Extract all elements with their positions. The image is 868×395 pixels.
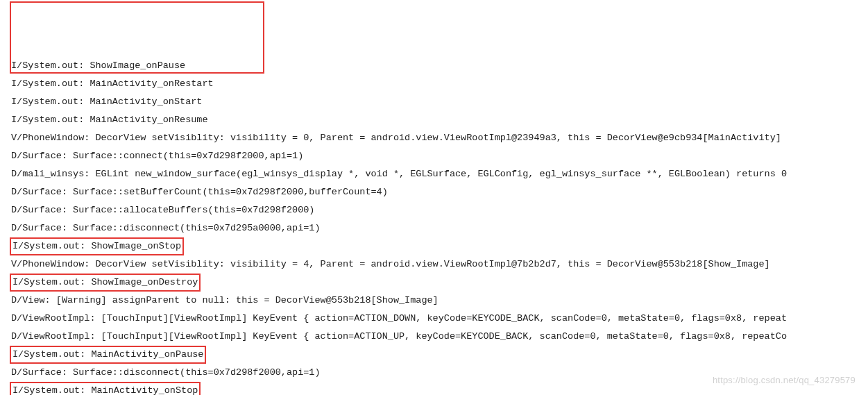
log-text: D/ViewRootImpl: [TouchInput][ViewRootImp… xyxy=(11,331,787,342)
log-text: D/Surface: Surface::disconnect(this=0x7d… xyxy=(11,223,321,233)
log-text: I/System.out: MainActivity_onResume xyxy=(11,115,208,125)
log-text: D/mali_winsys: EGLint new_window_surface… xyxy=(11,169,787,179)
log-text: I/System.out: ShowImage_onPause xyxy=(11,60,185,71)
log-text: V/PhoneWindow: DecorView setVisiblity: v… xyxy=(11,133,781,143)
log-text: D/ViewRootImpl: [TouchInput][ViewRootImp… xyxy=(11,313,787,323)
log-line[interactable]: D/ViewRootImpl: [TouchInput][ViewRootImp… xyxy=(11,310,857,328)
log-line[interactable]: I/System.out: MainActivity_onResume xyxy=(11,111,857,129)
log-line[interactable]: D/Surface: Surface::setBufferCount(this=… xyxy=(11,183,857,201)
log-line[interactable]: D/Surface: Surface::disconnect(this=0x7d… xyxy=(11,364,857,382)
log-line[interactable]: I/System.out: MainActivity_onStart xyxy=(11,93,857,111)
logcat-output[interactable]: I/System.out: ShowImage_onPauseI/System.… xyxy=(0,0,868,395)
log-line[interactable]: I/System.out: MainActivity_onRestart xyxy=(11,75,857,93)
log-line[interactable]: D/ViewRootImpl: [TouchInput][ViewRootImp… xyxy=(11,328,857,346)
log-line[interactable]: V/PhoneWindow: DecorView setVisiblity: v… xyxy=(11,255,857,274)
highlight-box: I/System.out: MainActivity_onStop xyxy=(10,382,201,395)
highlight-box: I/System.out: ShowImage_onDestroy xyxy=(10,274,201,292)
log-line[interactable]: D/Surface: Surface::allocateBuffers(this… xyxy=(11,201,857,219)
log-text: V/PhoneWindow: DecorView setVisiblity: v… xyxy=(11,259,770,269)
log-text: D/Surface: Surface::allocateBuffers(this… xyxy=(11,205,314,215)
log-text: D/Surface: Surface::connect(this=0x7d298… xyxy=(11,151,303,161)
log-line[interactable]: I/System.out: ShowImage_onStop xyxy=(11,237,857,255)
log-line[interactable]: V/PhoneWindow: DecorView setVisiblity: v… xyxy=(11,129,857,147)
highlight-box: I/System.out: ShowImage_onStop xyxy=(10,237,184,255)
log-line[interactable]: D/Surface: Surface::connect(this=0x7d298… xyxy=(11,147,857,165)
log-text: I/System.out: MainActivity_onStart xyxy=(11,96,202,107)
log-text: D/View: [Warning] assignParent to null: … xyxy=(11,295,439,305)
log-text: I/System.out: MainActivity_onRestart xyxy=(11,78,214,89)
log-line[interactable]: I/System.out: ShowImage_onDestroy xyxy=(11,274,857,292)
log-line[interactable]: I/System.out: MainActivity_onPause xyxy=(11,346,857,364)
log-text: D/Surface: Surface::disconnect(this=0x7d… xyxy=(11,367,321,378)
log-line[interactable]: I/System.out: ShowImage_onPause xyxy=(11,57,857,75)
log-line[interactable]: D/View: [Warning] assignParent to null: … xyxy=(11,292,857,310)
log-text: D/Surface: Surface::setBufferCount(this=… xyxy=(11,187,388,197)
log-line[interactable]: D/mali_winsys: EGLint new_window_surface… xyxy=(11,165,857,183)
log-line[interactable]: I/System.out: MainActivity_onStop xyxy=(11,382,857,395)
log-line[interactable]: D/Surface: Surface::disconnect(this=0x7d… xyxy=(11,219,857,237)
highlight-box: I/System.out: MainActivity_onPause xyxy=(10,346,206,364)
